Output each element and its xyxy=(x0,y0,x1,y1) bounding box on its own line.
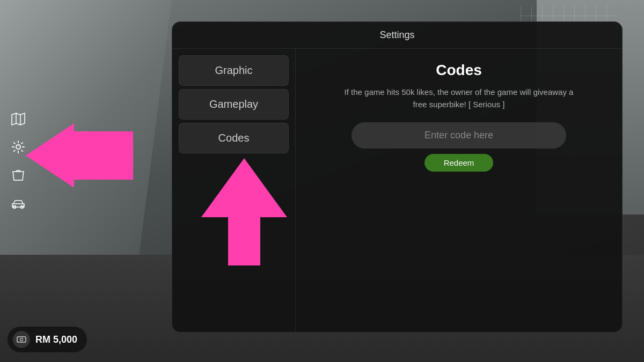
tab-codes[interactable]: Codes xyxy=(179,123,289,153)
redeem-button[interactable]: Redeem xyxy=(425,154,494,172)
svg-point-6 xyxy=(20,338,23,341)
cash-icon xyxy=(13,331,30,348)
codes-title: Codes xyxy=(436,62,482,79)
currency-bar: RM 5,000 xyxy=(8,327,87,352)
tab-gameplay[interactable]: Gameplay xyxy=(179,89,289,120)
modal-title: Settings xyxy=(172,22,622,49)
svg-marker-3 xyxy=(26,123,133,188)
arrow-left-indicator xyxy=(26,123,133,190)
svg-marker-4 xyxy=(201,158,287,265)
tab-graphic[interactable]: Graphic xyxy=(179,55,289,86)
arrow-up-indicator xyxy=(201,158,287,268)
codes-content-panel: Codes If the game hits 50k likes, the ow… xyxy=(296,49,622,332)
currency-amount: RM 5,000 xyxy=(35,334,77,345)
codes-description: If the game hits 50k likes, the owner of… xyxy=(341,86,577,110)
car-icon[interactable] xyxy=(6,191,30,215)
code-input[interactable] xyxy=(352,122,566,149)
svg-rect-5 xyxy=(17,337,26,342)
svg-point-0 xyxy=(16,145,20,149)
